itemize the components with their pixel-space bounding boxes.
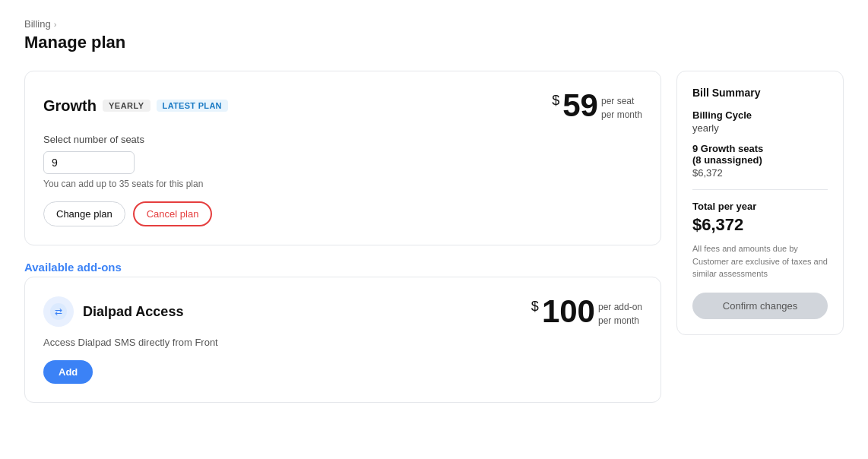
addon-price-desc: per add-on per month xyxy=(598,300,642,328)
addon-price-amount: 100 xyxy=(542,296,595,328)
seats-section: Select number of seats You can add up to… xyxy=(43,134,642,189)
plan-name-row: Growth YEARLY LATEST PLAN xyxy=(43,97,228,115)
seats-input[interactable] xyxy=(43,151,135,174)
addon-price-per-line2: per month xyxy=(598,315,639,326)
billing-cycle-value: yearly xyxy=(692,122,828,134)
badge-latest: LATEST PLAN xyxy=(157,100,228,112)
price-amount: 59 xyxy=(562,90,598,122)
price-dollar-sign: $ xyxy=(552,93,559,109)
total-label: Total per year xyxy=(692,201,828,212)
page-title: Manage plan xyxy=(24,33,844,52)
addons-section: Available add-ons ⇄ Dialpad Access $ xyxy=(24,261,661,403)
plan-header: Growth YEARLY LATEST PLAN $ 59 per seat … xyxy=(43,90,642,122)
seats-summary-label: 9 Growth seats (8 unassigned) xyxy=(692,143,828,166)
total-note: All fees and amounts due by Customer are… xyxy=(692,242,828,280)
addon-name-row: ⇄ Dialpad Access xyxy=(43,296,183,327)
breadcrumb: Billing › xyxy=(24,18,844,30)
price-per-line2: per month xyxy=(601,109,642,120)
summary-title: Bill Summary xyxy=(692,87,828,99)
addon-description: Access Dialpad SMS directly from Front xyxy=(43,337,642,348)
seats-hint: You can add up to 35 seats for this plan xyxy=(43,179,642,189)
seats-summary-section: 9 Growth seats (8 unassigned) $6,372 xyxy=(692,143,828,179)
total-amount: $6,372 xyxy=(692,215,828,235)
add-addon-button[interactable]: Add xyxy=(43,360,93,384)
price-per-line1: per seat xyxy=(601,96,634,106)
summary-divider xyxy=(692,189,828,190)
plan-card: Growth YEARLY LATEST PLAN $ 59 per seat … xyxy=(24,71,661,245)
breadcrumb-parent[interactable]: Billing xyxy=(24,18,51,30)
change-plan-button[interactable]: Change plan xyxy=(43,201,125,226)
seats-summary-price: $6,372 xyxy=(692,167,828,179)
left-column: Growth YEARLY LATEST PLAN $ 59 per seat … xyxy=(24,71,661,403)
svg-text:⇄: ⇄ xyxy=(55,306,62,317)
breadcrumb-chevron: › xyxy=(54,20,57,29)
confirm-changes-button[interactable]: Confirm changes xyxy=(692,293,828,319)
seats-summary-line2: (8 unassigned) xyxy=(692,154,762,166)
main-layout: Growth YEARLY LATEST PLAN $ 59 per seat … xyxy=(24,71,844,403)
addon-header: ⇄ Dialpad Access $ 100 per add-on per mo… xyxy=(43,296,642,328)
plan-actions: Change plan Cancel plan xyxy=(43,201,642,226)
price-description: per seat per month xyxy=(601,94,642,122)
seats-label: Select number of seats xyxy=(43,134,642,145)
addon-price-per-line1: per add-on xyxy=(598,302,642,312)
seats-summary-line1: 9 Growth seats xyxy=(692,143,763,154)
addon-name: Dialpad Access xyxy=(83,304,183,320)
billing-cycle-label: Billing Cycle xyxy=(692,109,828,121)
addon-price-block: $ 100 per add-on per month xyxy=(531,296,642,328)
addons-title: Available add-ons xyxy=(24,261,661,274)
cancel-plan-button[interactable]: Cancel plan xyxy=(133,201,213,226)
plan-name: Growth xyxy=(43,97,97,115)
addon-price-dollar: $ xyxy=(531,299,539,315)
bill-summary-card: Bill Summary Billing Cycle yearly 9 Grow… xyxy=(676,71,844,335)
billing-cycle-section: Billing Cycle yearly xyxy=(692,109,828,134)
badge-yearly: YEARLY xyxy=(103,100,150,112)
addon-card: ⇄ Dialpad Access $ 100 per add-on per mo… xyxy=(24,277,661,403)
price-block: $ 59 per seat per month xyxy=(552,90,642,122)
addon-icon: ⇄ xyxy=(43,296,74,327)
